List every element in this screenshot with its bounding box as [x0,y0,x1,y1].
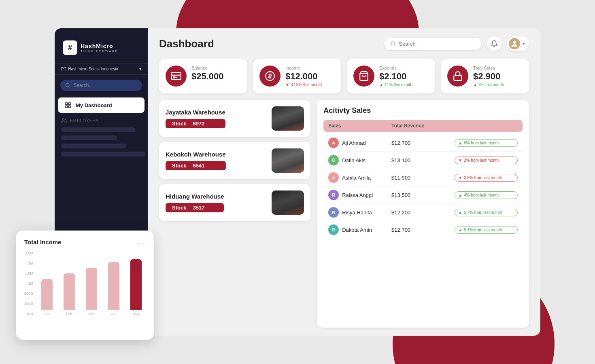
logo-text-block: HashMicro THINK FORWARD [81,43,118,53]
table-row: A Ashila Amila $11.900 ▼ 0.5% from last … [323,169,523,186]
sidebar-search[interactable] [60,80,142,91]
svg-line-1 [69,86,70,87]
sales-amount: $12.200 [391,210,455,216]
chart-bar[interactable] [64,273,75,310]
sales-person: A Aji Ahmad [328,138,391,148]
expends-icon [353,66,374,87]
sidebar-placeholder-1[interactable] [61,127,136,132]
sidebar-placeholder-2[interactable] [61,135,117,140]
svg-rect-9 [171,72,181,79]
chart-bar-group: Jan [41,251,53,316]
warehouse-img-kebokoh [272,148,304,173]
person-name: Dakota Amin [342,227,372,233]
chart-y-label: 1M [24,281,33,286]
stat-value-income: $12.000 [285,71,322,82]
svg-rect-15 [454,76,462,80]
warehouse-info-hiduang: Hiduang Warehouse Stock 3517 [166,193,224,212]
warehouse-list: Jayataka Warehouse Stock 8972 Kebo [159,100,310,328]
logo-text-main: HashMicro [81,43,118,49]
arrow-up-icon: ▲ [379,83,383,87]
stat-value-balance: $25.000 [191,71,224,82]
sales-amount: $12.700 [391,140,455,146]
chart-y-label: 1,5M [24,271,33,275]
change-arrow-icon: ▼ [458,176,462,180]
col-header-change [455,123,518,129]
stat-value-totalsales: $2.900 [473,71,504,82]
svg-line-8 [394,44,395,45]
svg-point-7 [391,42,395,45]
stat-change-expends: ▲ 11% this month [379,83,412,87]
sales-amount: $11.900 [391,175,455,181]
chart-y-label: 100Jt [24,302,33,306]
sales-amount: $12.700 [391,227,455,233]
chart-x-label: Jan [44,312,50,316]
sales-person: D Dakota Amin [328,224,391,235]
company-dropdown-icon[interactable]: ▾ [139,67,141,71]
svg-rect-3 [68,103,70,105]
change-arrow-icon: ▼ [458,158,462,163]
sales-amount: $13.100 [391,157,455,163]
stat-info-expends: Expends $2.100 ▲ 11% this month [379,66,412,87]
chart-area: 2,5M2M1,5M1M500Jt100Jt10Jt JanFebMarAprM… [24,251,146,324]
person-avatar: A [328,138,339,148]
warehouse-card-hiduang: Hiduang Warehouse Stock 3517 [159,184,310,221]
sidebar-item-dashboard[interactable]: My Dashboard [58,97,144,113]
sidebar-search-input[interactable] [73,83,137,88]
income-icon [259,66,280,87]
chart-y-label: 2M [24,261,33,265]
arrow-up-icon-2: ▲ [473,83,477,87]
chart-bar[interactable] [41,279,53,310]
chart-bar[interactable] [86,268,97,310]
change-badge: ▼ 0.5% from last month [455,174,518,182]
chart-y-label: 2,5M [24,251,33,255]
change-text: 5.7% from last month [464,210,502,215]
chart-bar-group: May [130,251,142,316]
person-name: Ashila Amila [342,175,371,181]
change-arrow-icon: ▲ [458,210,462,215]
sales-person: A Ashila Amila [328,172,391,183]
change-badge: ▲ 5.7% from last month [455,209,518,216]
dashboard-body: Balance $25.000 Income $12.000 [148,59,540,336]
person-name: Dafin Akis [342,157,366,163]
chart-y-label: 10Jt [24,312,33,316]
search-bar[interactable] [384,38,481,50]
warehouse-card-jayataka: Jayataka Warehouse Stock 8972 [159,100,310,137]
bell-icon [491,40,498,47]
user-button[interactable]: ▾ [507,36,529,51]
logo-icon: # [63,40,77,55]
warehouse-info-jayataka: Jayataka Warehouse Stock 8972 [166,109,225,128]
chart-x-label: May [133,312,140,316]
sales-rows-container: A Aji Ahmad $12.700 ▲ 6% from last month… [323,134,523,238]
change-text: 4% from last month [464,193,499,197]
widget-menu-button[interactable]: ... [137,238,146,246]
main-search-input[interactable] [399,41,475,47]
sidebar-placeholder-3[interactable] [61,144,126,148]
chart-y-labels: 2,5M2M1,5M1M500Jt100Jt10Jt [24,251,33,324]
person-avatar: R [328,190,339,200]
header-actions: ▾ [384,36,529,51]
chevron-down-icon: ▾ [523,41,525,47]
person-avatar: D [328,224,339,235]
stat-label-totalsales: Total Sales [473,66,504,70]
sidebar-placeholder-4[interactable] [61,152,145,157]
warehouse-img-hiduang [272,190,304,215]
company-selector[interactable]: PT. Hashmicro Solusi Indonesia ▾ [55,63,148,75]
notification-button[interactable] [487,36,502,51]
balance-icon [166,66,187,87]
person-name: Aji Ahmad [342,140,366,146]
header: Dashboard [148,28,540,59]
sales-person: R Risya Hanifa [328,207,391,218]
chart-bar[interactable] [108,262,119,310]
warehouse-name-hiduang: Hiduang Warehouse [166,193,224,200]
table-row: A Aji Ahmad $12.700 ▲ 6% from last month [323,134,523,152]
chart-bar[interactable] [130,259,142,310]
table-row: R Risya Hanifa $12.200 ▲ 5.7% from last … [323,204,523,221]
bottom-section: Jayataka Warehouse Stock 8972 Kebo [159,100,529,328]
stat-info-totalsales: Total Sales $2.900 ▲ 8% this month [473,66,504,87]
stock-badge-kebokoh: Stock 6541 [166,161,226,170]
warehouse-name-kebokoh: Kebokoh Warehouse [166,151,226,158]
chart-bar-group: Apr [108,251,119,316]
change-text: 2% from last month [464,158,499,163]
sales-person: R Raissa Anggi [328,190,391,200]
stat-info-income: Income $12.000 ▼ 37.8% this month [285,66,322,87]
